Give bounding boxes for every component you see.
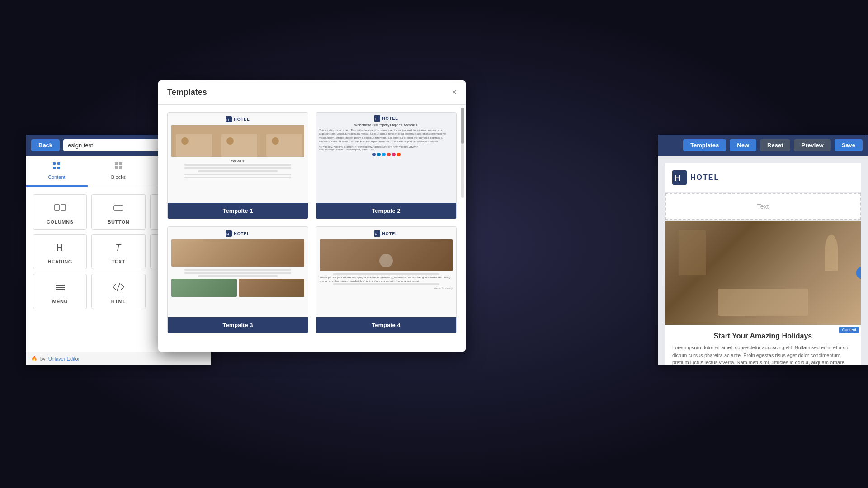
- template1-hotel-name: HOTEL: [234, 117, 250, 122]
- svg-rect-3: [57, 167, 60, 169]
- toolbar-save-button[interactable]: Save: [835, 139, 863, 151]
- menu-icon: [54, 281, 66, 296]
- html-label: HTML: [111, 299, 126, 304]
- button-label: BUTTON: [108, 219, 130, 225]
- svg-text:H: H: [226, 232, 229, 236]
- modal-body: H HOTEL Welcome Tempalte 1: [158, 105, 466, 352]
- modal-close-button[interactable]: ×: [452, 88, 457, 97]
- template-preview-4: H HOTEL Thank you for your choice in sta…: [316, 227, 456, 317]
- template2-body: Content about your time... This is the d…: [319, 128, 453, 144]
- room-bed-element: [718, 289, 808, 316]
- google-icon: [387, 153, 391, 156]
- svg-rect-4: [115, 162, 118, 165]
- svg-text:H: H: [375, 232, 377, 236]
- modal-title: Templates: [167, 88, 207, 97]
- svg-rect-13: [114, 206, 123, 210]
- left-panel-footer: 🔥 by Unlayer Editor: [26, 352, 211, 365]
- room-wardrobe-element: [679, 230, 706, 275]
- template4-name: Tempate 4: [316, 317, 456, 333]
- back-button[interactable]: Back: [31, 139, 60, 151]
- toolbar-preview-button[interactable]: Preview: [794, 139, 830, 151]
- content-badge: Content: [839, 327, 859, 333]
- svg-text:T: T: [115, 243, 122, 253]
- template1-name: Tempalte 1: [168, 203, 308, 219]
- svg-text:H: H: [56, 243, 62, 253]
- tab-content[interactable]: Content: [26, 156, 88, 187]
- tab-blocks-label: Blocks: [111, 174, 126, 180]
- svg-rect-5: [119, 162, 122, 165]
- svg-rect-6: [115, 166, 118, 169]
- content-item-menu[interactable]: MENU: [33, 274, 87, 309]
- text-label: TEXT: [112, 259, 125, 264]
- template2-welcome: Welcome to <<#Property.Property_Name#>>: [319, 123, 453, 127]
- hotel-logo: H HOTEL: [672, 170, 719, 185]
- template2-properties: <<Property.Property_Name#>> <<#Property.…: [319, 145, 453, 151]
- template2-name: Tempate 2: [316, 203, 456, 219]
- columns-icon: [54, 201, 66, 216]
- heading-icon: H: [54, 241, 66, 256]
- templates-modal: Templates × H HOTEL Welcome: [158, 80, 466, 352]
- content-item-text[interactable]: T TEXT: [91, 234, 145, 269]
- template4-hotel-name: HOTEL: [382, 231, 398, 236]
- email-preview: H HOTEL Text + Start Your: [658, 156, 868, 365]
- menu-label: MENU: [52, 299, 67, 304]
- text-placeholder-label: Text: [757, 203, 769, 210]
- template-preview-1: H HOTEL Welcome: [168, 113, 308, 203]
- template-card-2[interactable]: H HOTEL Welcome to <<#Property.Property_…: [316, 112, 457, 219]
- svg-rect-11: [55, 205, 59, 210]
- room-lamp-element: [825, 235, 838, 271]
- twitter-icon: [382, 153, 386, 156]
- pinterest-icon: [397, 153, 401, 156]
- svg-text:H: H: [375, 117, 377, 121]
- content-item-heading[interactable]: H HEADING: [33, 234, 87, 269]
- modal-scrollbar[interactable]: [461, 108, 464, 198]
- template2-social-icons: [319, 153, 453, 156]
- template4-text: Thank you for your choice in staying at …: [320, 276, 453, 283]
- linkedin-icon: [377, 153, 381, 156]
- right-panel-toolbar: Templates New Reset Preview Save: [658, 135, 868, 156]
- template-preview-3: H HOTEL: [168, 227, 308, 317]
- template1-welcome: Welcome: [171, 159, 304, 162]
- text-icon: T: [112, 241, 125, 256]
- email-text-section: Start Your Amazing Holidays Lorem ipsum …: [665, 325, 861, 365]
- footer-by-text: by: [40, 356, 46, 361]
- unlayer-fire-icon: 🔥: [31, 356, 38, 361]
- modal-scrollbar-thumb[interactable]: [461, 108, 464, 144]
- instagram-icon: [392, 153, 396, 156]
- content-item-button[interactable]: BUTTON: [91, 194, 145, 230]
- email-headline: Start Your Amazing Holidays: [672, 332, 854, 340]
- template-preview-2: H HOTEL Welcome to <<#Property.Property_…: [316, 113, 456, 203]
- heading-label: HEADING: [48, 259, 72, 264]
- toolbar-new-button[interactable]: New: [730, 139, 756, 151]
- template2-hotel-name: HOTEL: [382, 116, 398, 121]
- template-card-3[interactable]: H HOTEL Tempalte 3: [167, 226, 308, 333]
- toolbar-templates-button[interactable]: Templates: [683, 139, 726, 151]
- svg-rect-2: [53, 167, 56, 169]
- template-card-4[interactable]: H HOTEL Thank you for your choice in sta…: [316, 226, 457, 333]
- svg-rect-12: [61, 205, 66, 210]
- content-item-html[interactable]: HTML: [91, 274, 145, 309]
- button-icon: [112, 201, 125, 216]
- content-item-columns[interactable]: COLUMNS: [33, 194, 87, 230]
- email-hotel-header: H HOTEL: [665, 163, 861, 192]
- template-name-input[interactable]: [63, 139, 167, 151]
- svg-text:H: H: [674, 173, 680, 183]
- text-placeholder-block[interactable]: Text: [665, 193, 861, 220]
- svg-rect-7: [119, 166, 122, 169]
- modal-header: Templates ×: [158, 80, 466, 105]
- room-image-section: +: [665, 221, 861, 325]
- unlayer-link[interactable]: Unlayer Editor: [48, 356, 80, 361]
- hotel-logo-svg: H: [672, 170, 687, 185]
- template4-signature: Yours Sincerely: [320, 287, 453, 290]
- template3-hotel-name: HOTEL: [234, 231, 250, 236]
- template-card-1[interactable]: H HOTEL Welcome Tempalte 1: [167, 112, 308, 219]
- svg-rect-0: [53, 162, 56, 165]
- hotel-name-text: HOTEL: [690, 174, 719, 182]
- template3-name: Tempalte 3: [168, 317, 308, 333]
- toolbar-reset-button[interactable]: Reset: [760, 139, 790, 151]
- svg-rect-1: [57, 162, 60, 165]
- email-body-text: Lorem ipsum dolor sit amet, consectetur …: [672, 344, 854, 365]
- html-icon: [112, 281, 125, 296]
- right-panel: Templates New Reset Preview Save H HOTEL…: [658, 135, 868, 365]
- tab-blocks[interactable]: Blocks: [88, 156, 150, 187]
